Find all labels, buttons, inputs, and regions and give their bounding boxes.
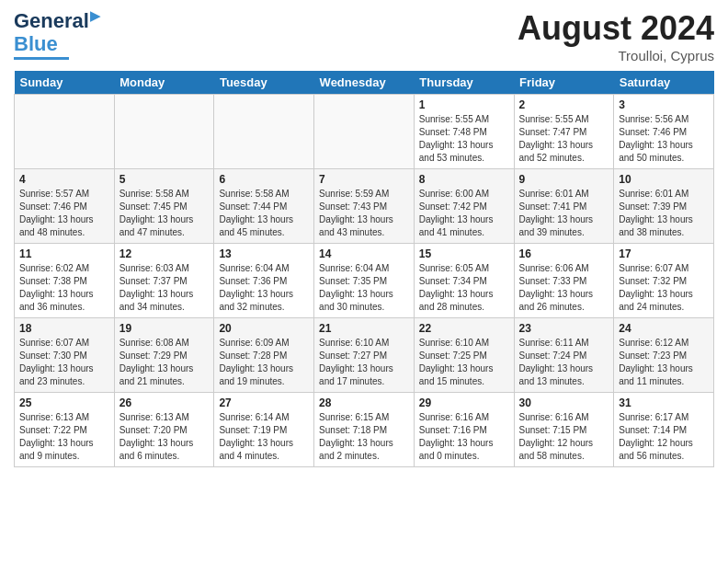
weekday-header-row: SundayMondayTuesdayWednesdayThursdayFrid… bbox=[15, 71, 714, 95]
day-info: Sunrise: 6:04 AMSunset: 7:35 PMDaylight:… bbox=[319, 262, 409, 314]
logo-line bbox=[14, 57, 69, 60]
calendar-day-cell: 29Sunrise: 6:16 AMSunset: 7:16 PMDayligh… bbox=[414, 393, 514, 467]
day-info: Sunrise: 6:03 AMSunset: 7:37 PMDaylight:… bbox=[119, 262, 210, 314]
calendar-day-cell: 18Sunrise: 6:07 AMSunset: 7:30 PMDayligh… bbox=[15, 318, 115, 393]
day-number: 17 bbox=[619, 247, 709, 260]
page-header: General▶ Blue August 2024 Troulloi, Cypr… bbox=[14, 9, 714, 63]
day-info: Sunrise: 6:13 AMSunset: 7:22 PMDaylight:… bbox=[19, 411, 109, 463]
day-info: Sunrise: 6:05 AMSunset: 7:34 PMDaylight:… bbox=[419, 262, 509, 314]
calendar-day-cell: 28Sunrise: 6:15 AMSunset: 7:18 PMDayligh… bbox=[314, 393, 415, 467]
calendar-day-cell: 4Sunrise: 5:57 AMSunset: 7:46 PMDaylight… bbox=[15, 169, 115, 244]
day-info: Sunrise: 5:55 AMSunset: 7:47 PMDaylight:… bbox=[519, 113, 609, 165]
day-info: Sunrise: 6:10 AMSunset: 7:25 PMDaylight:… bbox=[419, 337, 509, 388]
calendar-day-cell: 22Sunrise: 6:10 AMSunset: 7:25 PMDayligh… bbox=[414, 318, 514, 393]
day-info: Sunrise: 5:57 AMSunset: 7:46 PMDaylight:… bbox=[19, 188, 109, 239]
calendar-day-cell: 23Sunrise: 6:11 AMSunset: 7:24 PMDayligh… bbox=[514, 318, 614, 393]
day-number: 13 bbox=[219, 247, 309, 260]
day-info: Sunrise: 6:10 AMSunset: 7:27 PMDaylight:… bbox=[319, 337, 409, 388]
day-number: 26 bbox=[119, 396, 210, 409]
calendar-day-cell: 16Sunrise: 6:06 AMSunset: 7:33 PMDayligh… bbox=[514, 244, 614, 318]
day-number: 3 bbox=[619, 98, 709, 111]
day-number: 16 bbox=[519, 247, 609, 260]
day-number: 29 bbox=[419, 396, 509, 409]
day-info: Sunrise: 6:14 AMSunset: 7:19 PMDaylight:… bbox=[219, 411, 309, 463]
calendar-week-row: 18Sunrise: 6:07 AMSunset: 7:30 PMDayligh… bbox=[15, 318, 714, 393]
day-number: 19 bbox=[119, 322, 210, 335]
calendar-day-cell: 31Sunrise: 6:17 AMSunset: 7:14 PMDayligh… bbox=[614, 393, 714, 467]
day-info: Sunrise: 6:13 AMSunset: 7:20 PMDaylight:… bbox=[119, 411, 210, 463]
calendar-day-cell: 7Sunrise: 5:59 AMSunset: 7:43 PMDaylight… bbox=[314, 169, 415, 244]
calendar-day-cell: 30Sunrise: 6:16 AMSunset: 7:15 PMDayligh… bbox=[514, 393, 614, 467]
day-number: 27 bbox=[219, 396, 309, 409]
calendar-day-cell: 5Sunrise: 5:58 AMSunset: 7:45 PMDaylight… bbox=[114, 169, 214, 244]
title-block: August 2024 Troulloi, Cyprus bbox=[518, 9, 714, 63]
day-info: Sunrise: 5:55 AMSunset: 7:48 PMDaylight:… bbox=[419, 113, 509, 165]
logo: General▶ Blue bbox=[14, 9, 100, 60]
subtitle: Troulloi, Cyprus bbox=[518, 48, 714, 63]
calendar-day-cell: 19Sunrise: 6:08 AMSunset: 7:29 PMDayligh… bbox=[114, 318, 214, 393]
calendar-empty-cell bbox=[314, 95, 415, 169]
day-number: 24 bbox=[619, 322, 709, 335]
day-number: 25 bbox=[19, 396, 109, 409]
day-info: Sunrise: 6:02 AMSunset: 7:38 PMDaylight:… bbox=[19, 262, 109, 314]
main-title: August 2024 bbox=[518, 9, 714, 48]
calendar-day-cell: 27Sunrise: 6:14 AMSunset: 7:19 PMDayligh… bbox=[214, 393, 314, 467]
weekday-header-cell: Friday bbox=[514, 71, 614, 95]
calendar-day-cell: 25Sunrise: 6:13 AMSunset: 7:22 PMDayligh… bbox=[15, 393, 115, 467]
day-info: Sunrise: 6:06 AMSunset: 7:33 PMDaylight:… bbox=[519, 262, 609, 314]
calendar-day-cell: 1Sunrise: 5:55 AMSunset: 7:48 PMDaylight… bbox=[414, 95, 514, 169]
calendar-day-cell: 26Sunrise: 6:13 AMSunset: 7:20 PMDayligh… bbox=[114, 393, 214, 467]
day-number: 2 bbox=[519, 98, 609, 111]
day-info: Sunrise: 6:09 AMSunset: 7:28 PMDaylight:… bbox=[219, 337, 309, 388]
calendar-day-cell: 2Sunrise: 5:55 AMSunset: 7:47 PMDaylight… bbox=[514, 95, 614, 169]
calendar-header: SundayMondayTuesdayWednesdayThursdayFrid… bbox=[15, 71, 714, 95]
day-number: 5 bbox=[119, 173, 210, 186]
day-info: Sunrise: 6:12 AMSunset: 7:23 PMDaylight:… bbox=[619, 337, 709, 388]
day-info: Sunrise: 6:04 AMSunset: 7:36 PMDaylight:… bbox=[219, 262, 309, 314]
day-info: Sunrise: 6:11 AMSunset: 7:24 PMDaylight:… bbox=[519, 337, 609, 388]
weekday-header-cell: Sunday bbox=[15, 71, 115, 95]
calendar-empty-cell bbox=[15, 95, 115, 169]
calendar-day-cell: 20Sunrise: 6:09 AMSunset: 7:28 PMDayligh… bbox=[214, 318, 314, 393]
calendar-table: SundayMondayTuesdayWednesdayThursdayFrid… bbox=[14, 71, 714, 467]
day-number: 8 bbox=[419, 173, 509, 186]
day-number: 30 bbox=[519, 396, 609, 409]
calendar-day-cell: 12Sunrise: 6:03 AMSunset: 7:37 PMDayligh… bbox=[114, 244, 214, 318]
day-number: 21 bbox=[319, 322, 409, 335]
day-info: Sunrise: 6:16 AMSunset: 7:15 PMDaylight:… bbox=[519, 411, 609, 463]
calendar-day-cell: 8Sunrise: 6:00 AMSunset: 7:42 PMDaylight… bbox=[414, 169, 514, 244]
calendar-empty-cell bbox=[114, 95, 214, 169]
day-number: 7 bbox=[319, 173, 409, 186]
weekday-header-cell: Wednesday bbox=[314, 71, 415, 95]
day-info: Sunrise: 6:17 AMSunset: 7:14 PMDaylight:… bbox=[619, 411, 709, 463]
day-info: Sunrise: 6:01 AMSunset: 7:41 PMDaylight:… bbox=[519, 188, 609, 239]
day-info: Sunrise: 5:58 AMSunset: 7:45 PMDaylight:… bbox=[119, 188, 210, 239]
calendar-week-row: 25Sunrise: 6:13 AMSunset: 7:22 PMDayligh… bbox=[15, 393, 714, 467]
calendar-day-cell: 9Sunrise: 6:01 AMSunset: 7:41 PMDaylight… bbox=[514, 169, 614, 244]
day-number: 20 bbox=[219, 322, 309, 335]
weekday-header-cell: Thursday bbox=[414, 71, 514, 95]
calendar-week-row: 4Sunrise: 5:57 AMSunset: 7:46 PMDaylight… bbox=[15, 169, 714, 244]
calendar-day-cell: 3Sunrise: 5:56 AMSunset: 7:46 PMDaylight… bbox=[614, 95, 714, 169]
calendar-day-cell: 17Sunrise: 6:07 AMSunset: 7:32 PMDayligh… bbox=[614, 244, 714, 318]
day-info: Sunrise: 6:16 AMSunset: 7:16 PMDaylight:… bbox=[419, 411, 509, 463]
day-number: 6 bbox=[219, 173, 309, 186]
day-number: 23 bbox=[519, 322, 609, 335]
day-number: 18 bbox=[19, 322, 109, 335]
calendar-day-cell: 13Sunrise: 6:04 AMSunset: 7:36 PMDayligh… bbox=[214, 244, 314, 318]
day-info: Sunrise: 6:07 AMSunset: 7:32 PMDaylight:… bbox=[619, 262, 709, 314]
weekday-header-cell: Monday bbox=[114, 71, 214, 95]
calendar-day-cell: 24Sunrise: 6:12 AMSunset: 7:23 PMDayligh… bbox=[614, 318, 714, 393]
day-info: Sunrise: 6:01 AMSunset: 7:39 PMDaylight:… bbox=[619, 188, 709, 239]
day-info: Sunrise: 5:58 AMSunset: 7:44 PMDaylight:… bbox=[219, 188, 309, 239]
day-number: 4 bbox=[19, 173, 109, 186]
day-info: Sunrise: 5:59 AMSunset: 7:43 PMDaylight:… bbox=[319, 188, 409, 239]
day-number: 14 bbox=[319, 247, 409, 260]
logo-text: General▶ Blue bbox=[14, 9, 100, 55]
day-number: 9 bbox=[519, 173, 609, 186]
day-number: 12 bbox=[119, 247, 210, 260]
day-info: Sunrise: 6:15 AMSunset: 7:18 PMDaylight:… bbox=[319, 411, 409, 463]
calendar-empty-cell bbox=[214, 95, 314, 169]
day-info: Sunrise: 5:56 AMSunset: 7:46 PMDaylight:… bbox=[619, 113, 709, 165]
day-number: 11 bbox=[19, 247, 109, 260]
